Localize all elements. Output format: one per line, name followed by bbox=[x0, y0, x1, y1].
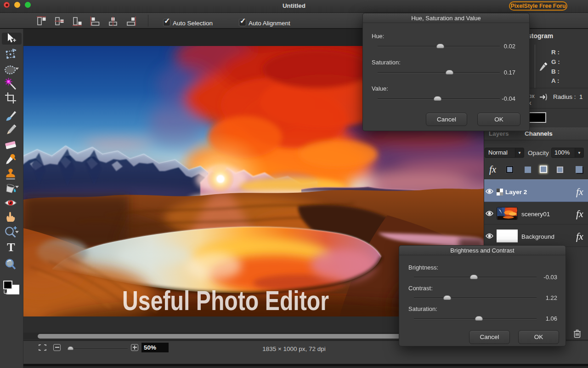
svg-text:Useful Photo Editor: Useful Photo Editor bbox=[122, 285, 329, 316]
